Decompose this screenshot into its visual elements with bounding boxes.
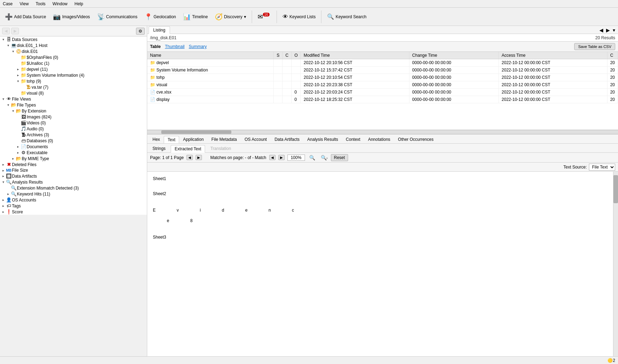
back-button[interactable]: ◀ — [2, 28, 10, 34]
timeline-button[interactable]: 📊 Timeline — [180, 12, 211, 22]
menu-help[interactable]: Help — [73, 1, 85, 7]
save-csv-button[interactable]: Save Table as CSV — [574, 43, 615, 50]
tab-file-metadata[interactable]: File Metadata — [208, 136, 241, 143]
sidebar-item-file-views[interactable]: ▾ 👁 File Views — [0, 96, 147, 102]
sheet1-label: Sheet1 — [153, 175, 607, 183]
sidebar-item-file-types[interactable]: ▾ 📂 File Types — [0, 102, 147, 108]
sidebar-item-os-accounts[interactable]: ▸ 👤 OS Accounts — [0, 197, 147, 203]
sidebar-item-sysvolinfo[interactable]: ▸ 📁 System Volume Information (4) — [0, 72, 147, 78]
sidebar-item-disk-e01[interactable]: ▾ 📀 disk.E01 — [0, 48, 147, 54]
zoom-input[interactable] — [287, 154, 305, 161]
file-table-container[interactable]: Name S C O Modified Time Change Time Acc… — [147, 52, 618, 130]
sidebar-item-ext-mismatch[interactable]: 🔍 Extension Mismatch Detected (3) — [0, 185, 147, 191]
cell-change: 0000-00-00 00:00:00 — [409, 81, 498, 89]
add-datasource-button[interactable]: ➕ Add Data Source — [2, 12, 49, 22]
reset-button[interactable]: Reset — [331, 154, 348, 161]
nav-prev-btn[interactable]: ◀ — [598, 27, 605, 34]
summary-view-tab[interactable]: Summary — [189, 44, 206, 49]
sidebar-item-tags[interactable]: ▸ 🏷 Tags — [0, 203, 147, 209]
sidebar-item-unalloc[interactable]: 📁 $Unalloc (1) — [0, 60, 147, 66]
sidebar-item-videos[interactable]: 🎬 Videos (0) — [0, 120, 147, 126]
keyword-search-button[interactable]: 🔍 Keyword Search — [324, 12, 369, 21]
forward-button[interactable]: ▶ — [11, 28, 19, 34]
right-panel: Listing ◀ ▶ ▾ /img_disk.E01 20 Results T… — [147, 26, 618, 364]
menu-case[interactable]: Case — [1, 1, 14, 7]
listing-menu-btn[interactable]: ▾ — [611, 27, 617, 34]
page-prev-button[interactable]: ◀ — [186, 155, 193, 160]
gear-button[interactable]: ⚙ — [136, 28, 145, 35]
cell-c — [283, 96, 292, 103]
videos-icon: 🎬 — [20, 120, 27, 125]
tab-other-occurrences[interactable]: Other Occurrences — [394, 136, 437, 143]
sidebar-item-images[interactable]: 🖼 Images (824) — [0, 114, 147, 120]
sub-tab-extracted-text[interactable]: Extracted Text — [171, 145, 205, 153]
sidebar-item-score[interactable]: ▸ ❗ Score — [0, 209, 147, 215]
match-next-button[interactable]: ▶ — [278, 155, 285, 160]
table-row[interactable]: 📄 cve.xlsx 0 2022-10-12 20:03:24 CST 000… — [147, 89, 618, 96]
sidebar-item-archives[interactable]: 🗜 Archives (3) — [0, 132, 147, 138]
sidebar-item-orphan[interactable]: 📁 $OrphanFiles (0) — [0, 54, 147, 60]
text-source-select[interactable]: File Text — [589, 164, 615, 171]
discovery-button[interactable]: 🧭 Discovery ▾ — [212, 12, 249, 22]
toggle-data-sources: ▾ — [1, 37, 6, 41]
cell-access: 2022-10-12 00:00:00 CST — [499, 67, 607, 74]
sidebar-item-file-size[interactable]: ▸ MB File Size — [0, 167, 147, 173]
menu-window[interactable]: Window — [51, 1, 69, 7]
unalloc-icon: 📁 — [20, 61, 27, 66]
tohp-icon: 📁 — [20, 78, 27, 84]
listing-tab[interactable]: Listing — [149, 26, 170, 34]
table-row[interactable]: 📁 System Volume Information 2022-10-12 1… — [147, 67, 618, 74]
cell-access: 2022-10-12 00:00:00 CST — [499, 81, 607, 89]
cell-s — [274, 74, 283, 81]
table-row[interactable]: 📁 visual 2022-10-12 20:23:38 CST 0000-00… — [147, 81, 618, 89]
sidebar-item-depvel[interactable]: ▸ 📁 depvel (11) — [0, 66, 147, 72]
table-view-tab[interactable]: Table — [150, 44, 161, 49]
sidebar-item-audio[interactable]: 🎵 Audio (0) — [0, 126, 147, 132]
sidebar-item-documents[interactable]: ▸ 📄 Documents — [0, 144, 147, 150]
communications-button[interactable]: 📡 Communications — [94, 12, 140, 22]
mail-button[interactable]: ✉ 16 — [255, 12, 274, 22]
table-row[interactable]: 📁 tohp 2022-10-12 20:10:54 CST 0000-00-0… — [147, 74, 618, 81]
page-next-button[interactable]: ▶ — [196, 155, 202, 160]
tab-os-account[interactable]: OS Account — [241, 136, 271, 143]
view-tabs-bar: Table Thumbnail Summary Save Table as CS… — [147, 42, 618, 52]
geolocation-button[interactable]: 📍 Geolocation — [142, 12, 179, 22]
sidebar-item-by-mime[interactable]: ▸ 📂 By MIME Type — [0, 156, 147, 162]
sidebar-item-disk-host[interactable]: ▾ 💻 disk.E01_1 Host — [0, 42, 147, 48]
table-row[interactable]: 📁 depvel 2022-10-12 20:10:56 CST 0000-00… — [147, 59, 618, 67]
sidebar-item-databases[interactable]: 🗃 Databases (0) — [0, 138, 147, 144]
sidebar-item-tohp[interactable]: ▾ 📁 tohp (9) — [0, 78, 147, 84]
zoom-in-button[interactable]: 🔍+ — [319, 154, 328, 161]
nav-next-btn[interactable]: ▶ — [605, 27, 611, 34]
keyword-lists-button[interactable]: 👁 Keyword Lists — [280, 12, 319, 21]
tab-analysis-results[interactable]: Analysis Results — [304, 136, 342, 143]
tab-context[interactable]: Context — [342, 136, 364, 143]
table-row[interactable]: 📄 display 0 2022-10-12 18:25:32 CST 0000… — [147, 96, 618, 103]
toggle-os-accounts: ▸ — [1, 198, 6, 202]
horizontal-scrollbar[interactable] — [147, 130, 618, 134]
sidebar-item-deleted-files[interactable]: ▸ ✖ Deleted Files — [0, 162, 147, 167]
sidebar-item-by-extension[interactable]: ▾ 📂 By Extension — [0, 108, 147, 114]
images-videos-button[interactable]: 📷 Images/Videos — [50, 12, 93, 22]
tab-hex[interactable]: Hex — [149, 136, 164, 143]
toggle-depvel: ▸ — [15, 67, 20, 71]
thumbnail-view-tab[interactable]: Thumbnail — [165, 44, 184, 49]
sidebar-item-visual[interactable]: 📁 visual (8) — [0, 90, 147, 96]
zoom-out-button[interactable]: 🔍 — [308, 154, 317, 161]
tab-application[interactable]: Application — [179, 136, 208, 143]
toggle-data-artifacts: ▸ — [1, 174, 6, 178]
sidebar-item-data-artifacts[interactable]: ▸ 🔲 Data Artifacts — [0, 173, 147, 179]
tab-text[interactable]: Text — [164, 136, 179, 144]
match-prev-button[interactable]: ◀ — [269, 155, 276, 160]
sidebar-item-va-tar[interactable]: 🗜 va.tar (7) — [0, 84, 147, 90]
tab-data-artifacts[interactable]: Data Artifacts — [271, 136, 303, 143]
sidebar-item-data-sources[interactable]: ▾ 🗄 Data Sources — [0, 36, 147, 42]
menu-view[interactable]: View — [18, 1, 30, 7]
sidebar-item-analysis-results[interactable]: ▾ 🔍 Analysis Results — [0, 179, 147, 185]
vertical-scrollbar[interactable] — [613, 172, 618, 364]
sub-tab-strings[interactable]: Strings — [149, 145, 169, 152]
sidebar-item-executable[interactable]: ▸ ⚙ Executable — [0, 150, 147, 156]
menu-tools[interactable]: Tools — [34, 1, 47, 7]
tab-annotations[interactable]: Annotations — [364, 136, 394, 143]
sidebar-item-keyword-hits[interactable]: ▸ 🔍 Keyword Hits (11) — [0, 191, 147, 197]
